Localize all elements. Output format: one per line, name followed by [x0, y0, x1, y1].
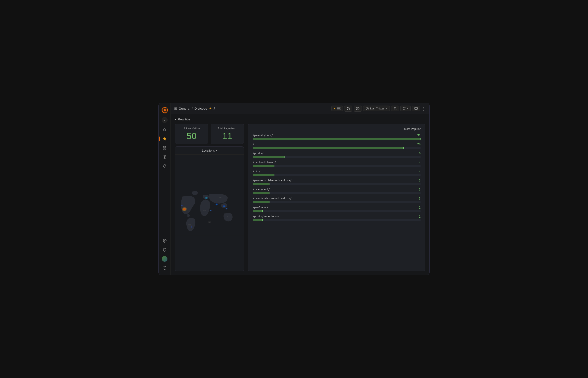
bar-track: [253, 138, 421, 140]
bar-fill: [253, 219, 263, 221]
map-header: Locations ▾: [175, 147, 244, 155]
svg-text:ASIA: ASIA: [219, 197, 222, 199]
popular-item: /t/unicode-normalization/ 3: [253, 197, 421, 203]
popular-count: 28: [416, 143, 421, 146]
bar-track: [253, 219, 421, 221]
popular-count: 31: [416, 134, 421, 137]
bar-track: [253, 147, 421, 149]
popular-path: /p/m1-vms/: [253, 206, 268, 209]
svg-point-42: [222, 205, 226, 207]
total-pageviews-card: Total Pageview... 11: [211, 124, 244, 144]
sidebar-item-help[interactable]: [161, 264, 169, 272]
bar-track: [253, 210, 421, 212]
star-icon[interactable]: ★: [209, 107, 212, 110]
zoom-out-button[interactable]: [391, 106, 399, 111]
dashboard-content: ▾ Row title Unique Visitors 50 Total Pag…: [171, 114, 429, 275]
popular-item: /p/analytics/ 31: [253, 134, 421, 140]
svg-point-40: [204, 197, 208, 200]
settings-button[interactable]: [354, 106, 362, 112]
popular-path: /posts/: [253, 152, 264, 155]
add-panel-button[interactable]: +: [331, 106, 343, 111]
bar-fill: [253, 192, 270, 194]
map-panel: Locations ▾: [175, 147, 244, 271]
svg-rect-10: [163, 147, 164, 148]
sidebar-item-settings[interactable]: [161, 237, 169, 245]
locations-dropdown[interactable]: Locations ▾: [202, 149, 217, 152]
bar-fill: [253, 183, 270, 185]
bar-track: [253, 183, 421, 185]
popular-header: Most Popular: [253, 127, 421, 131]
sidebar-item-alerts[interactable]: [161, 162, 169, 170]
world-map-area: NORTH AMERICA SOUTH AMERICA AFRICA ASIA …: [175, 155, 244, 270]
row-title[interactable]: ▾ Row title: [175, 117, 425, 121]
bar-track: [253, 192, 421, 194]
time-dropdown-icon: ▾: [386, 107, 387, 110]
popular-count: 2: [416, 206, 421, 209]
popular-item: /t/cloudflared/ 4: [253, 161, 421, 167]
svg-point-21: [357, 108, 358, 109]
popular-item: /p/one-problem-at-a-time/ 3: [253, 179, 421, 185]
svg-point-41: [215, 203, 218, 205]
save-button[interactable]: [344, 106, 352, 112]
stat-cards: Unique Visitors 50 Total Pageview... 11: [175, 124, 244, 144]
bar-fill: [253, 147, 404, 149]
popular-path: /t/anycast/: [253, 188, 270, 191]
world-map-svg: NORTH AMERICA SOUTH AMERICA AFRICA ASIA …: [175, 155, 244, 270]
svg-line-24: [396, 109, 396, 110]
sidebar-item-search[interactable]: [161, 126, 169, 134]
bar-fill: [253, 201, 270, 203]
svg-point-2: [164, 109, 166, 111]
svg-text:Indian: Indian: [208, 221, 211, 222]
svg-text:AFRICA: AFRICA: [203, 210, 207, 211]
sidebar-item-starred[interactable]: [161, 135, 169, 143]
svg-text:SOUTH: SOUTH: [188, 224, 191, 225]
svg-marker-15: [164, 156, 165, 158]
popular-count: 4: [416, 170, 421, 173]
sidebar-item-shield[interactable]: [161, 246, 169, 254]
popular-path: /t/unicode-normalization/: [253, 197, 292, 200]
more-options-button[interactable]: ⋮: [421, 106, 426, 111]
popular-path: /t/cloudflared/: [253, 161, 276, 164]
sidebar-item-user[interactable]: H: [161, 255, 169, 263]
bar-track: [253, 201, 421, 203]
bar-track: [253, 174, 421, 176]
popular-count: 2: [416, 215, 421, 218]
bar-fill: [253, 210, 263, 212]
sidebar-item-explore[interactable]: [161, 153, 169, 161]
tv-mode-button[interactable]: [412, 106, 420, 111]
popular-path: /til/: [253, 170, 260, 173]
add-panel-icon: +: [334, 107, 336, 110]
svg-rect-20: [337, 108, 340, 110]
main-content: ⊞ General / Dietcode ★ ⤴ +: [171, 103, 429, 275]
svg-text:Ocean: Ocean: [208, 222, 211, 223]
refresh-button[interactable]: ▾: [400, 106, 411, 111]
popular-count: 3: [416, 188, 421, 191]
time-range-label: Last 7 days: [370, 107, 385, 110]
locations-label: Locations: [202, 149, 215, 152]
popular-list: /p/analytics/ 31 / 28 /posts/ 6: [253, 134, 421, 221]
svg-point-44: [209, 209, 212, 211]
sidebar: › H: [159, 103, 171, 275]
sidebar-item-dashboards[interactable]: [161, 144, 169, 152]
total-pageviews-label: Total Pageview...: [218, 127, 237, 130]
svg-rect-26: [415, 107, 417, 109]
breadcrumb: ⊞ General / Dietcode ★ ⤴: [174, 107, 329, 110]
share-icon[interactable]: ⤴: [214, 107, 215, 110]
popular-count: 6: [416, 152, 421, 155]
grafana-logo[interactable]: [161, 106, 168, 114]
bar-fill: [253, 174, 274, 176]
dashboard-grid-icon: ⊞: [174, 107, 177, 110]
unique-visitors-card: Unique Visitors 50: [175, 124, 208, 144]
row-title-label: Row title: [178, 117, 190, 121]
header-actions: + Last 7 days ▾: [331, 106, 426, 112]
locations-chevron-icon: ▾: [216, 149, 217, 152]
svg-line-8: [165, 131, 166, 131]
svg-rect-13: [165, 148, 166, 149]
svg-marker-9: [163, 137, 166, 140]
time-range-picker[interactable]: Last 7 days ▾: [363, 106, 390, 111]
svg-rect-11: [165, 147, 166, 148]
popular-panel: Most Popular /p/analytics/ 31 / 28 /post…: [248, 124, 425, 271]
sidebar-toggle[interactable]: ›: [162, 117, 168, 123]
breadcrumb-general: General: [179, 107, 190, 110]
popular-count: 3: [416, 197, 421, 200]
